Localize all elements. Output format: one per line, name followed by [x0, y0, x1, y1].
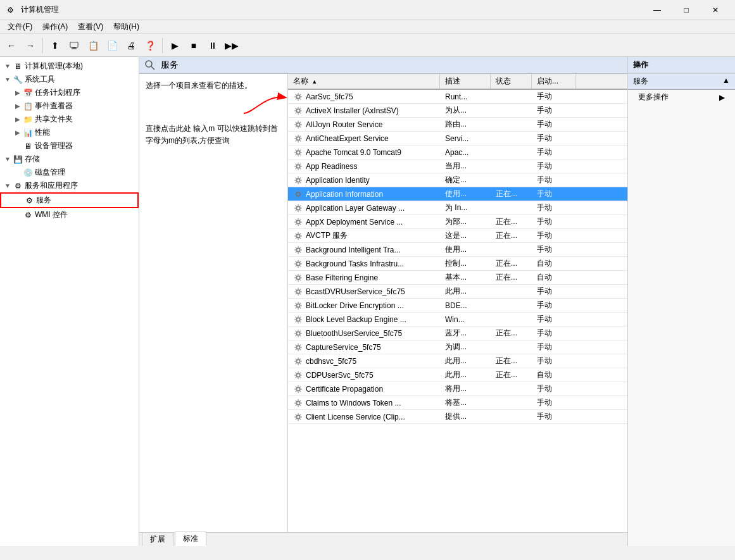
service-row[interactable]: Background Tasks Infrastru... 控制... 正在..… [288, 257, 627, 271]
service-row[interactable]: Apache Tomcat 9.0 Tomcat9 Apac... 手动 [288, 146, 627, 159]
title-bar-controls: — □ ✕ [643, 0, 730, 20]
service-status [491, 207, 532, 209]
menu-file[interactable]: 文件(F) [3, 20, 37, 34]
service-row[interactable]: Certificate Propagation 将用... 手动 [288, 382, 627, 396]
sidebar-item-wmi[interactable]: ▶ ⚙ WMI 控件 [0, 208, 139, 221]
service-row[interactable]: Block Level Backup Engine ... Win... 手动 [288, 313, 627, 327]
service-gear-icon [293, 134, 303, 144]
sidebar-item-shared-folders[interactable]: ▶ 📁 共享文件夹 [0, 113, 139, 126]
sidebar-item-task-scheduler[interactable]: ▶ 📅 任务计划程序 [0, 86, 139, 99]
sidebar-item-services-apps[interactable]: ▼ ⚙ 服务和应用程序 [0, 179, 139, 192]
service-startup: 手动 [532, 118, 576, 131]
service-row[interactable]: Claims to Windows Token ... 将基... 手动 [288, 396, 627, 410]
services-folder-icon: ⚙ [13, 181, 23, 191]
wmi-icon: ⚙ [23, 210, 33, 220]
toolbar-play[interactable]: ▶ [166, 37, 184, 54]
tab-standard[interactable]: 标准 [175, 532, 206, 546]
col-header-name[interactable]: 名称 ▲ [288, 74, 440, 89]
right-action-more[interactable]: 更多操作 ▶ [628, 90, 735, 104]
service-startup: 手动 [532, 173, 576, 187]
service-row[interactable]: BcastDVRUserService_5fc75 此用... 手动 [288, 285, 627, 299]
service-status: 正在... [491, 215, 532, 228]
sidebar-item-device-manager[interactable]: ▶ 🖥 设备管理器 [0, 139, 139, 152]
service-desc: Runt... [440, 91, 491, 103]
folder-icon: 📁 [23, 115, 33, 125]
window-title: 计算机管理 [21, 4, 59, 15]
service-row[interactable]: Application Information 使用... 正在... 手动 [288, 187, 627, 201]
service-row[interactable]: AVCTP 服务 这是... 正在... 手动 [288, 229, 627, 243]
service-status [491, 388, 532, 390]
svg-point-6 [297, 95, 299, 97]
tab-expand[interactable]: 扩展 [142, 532, 173, 546]
service-status: 正在... [491, 257, 532, 270]
service-gear-icon [293, 106, 303, 116]
service-name: AppX Deployment Service ... [288, 216, 440, 228]
toolbar-restart[interactable]: ▶▶ [223, 37, 241, 54]
storage-icon: 💾 [13, 154, 23, 165]
service-name: App Readiness [288, 160, 440, 173]
svg-point-30 [297, 262, 299, 264]
svg-point-44 [297, 359, 299, 362]
service-row[interactable]: Client License Service (Clip... 提供... 手动 [288, 410, 627, 424]
menu-view[interactable]: 查看(V) [73, 20, 108, 34]
service-icon: ⚙ [24, 196, 34, 206]
service-row[interactable]: AarSvc_5fc75 Runt... 手动 [288, 90, 627, 104]
sidebar-item-performance[interactable]: ▶ 📊 性能 [0, 126, 139, 139]
right-panel-section1[interactable]: 服务 ▲ [628, 73, 735, 90]
service-list[interactable]: 名称 ▲ 描述 状态 启动... [288, 74, 627, 532]
service-startup: 手动 [532, 243, 576, 256]
service-desc: 为从... [440, 104, 491, 117]
svg-point-24 [297, 220, 299, 223]
service-startup: 手动 [532, 159, 576, 173]
service-row[interactable]: CDPUserSvc_5fc75 此用... 正在... 自动 [288, 368, 627, 382]
disk-icon: 💿 [23, 168, 33, 178]
service-status: 正在... [491, 187, 532, 201]
toolbar-browse[interactable]: 📋 [84, 37, 102, 54]
computer-icon: 🖥 [13, 61, 23, 72]
toolbar-forward[interactable]: → [22, 37, 39, 54]
service-row[interactable]: AllJoyn Router Service 路由... 手动 [288, 118, 627, 132]
sidebar-item-system-tools[interactable]: ▼ 🔧 系统工具 [0, 73, 139, 86]
svg-point-34 [297, 290, 299, 292]
service-row[interactable]: AntiCheatExpert Service Servi... 手动 [288, 132, 627, 146]
service-row[interactable]: ActiveX Installer (AxInstSV) 为从... 手动 [288, 104, 627, 118]
col-header-status[interactable]: 状态 [491, 74, 532, 89]
sidebar-item-event-viewer[interactable]: ▶ 📋 事件查看器 [0, 99, 139, 113]
minimize-button[interactable]: — [643, 0, 672, 20]
service-row[interactable]: BluetoothUserService_5fc75 蓝牙... 正在... 手… [288, 327, 627, 340]
service-name: ActiveX Installer (AxInstSV) [288, 104, 440, 117]
service-row[interactable]: Application Identity 确定... 手动 [288, 173, 627, 187]
service-row[interactable]: Base Filtering Engine 基本... 正在... 自动 [288, 271, 627, 285]
toolbar-print[interactable]: 🖨 [122, 37, 140, 54]
col-header-startup[interactable]: 启动... [532, 74, 576, 89]
toolbar-export[interactable]: 📄 [103, 37, 121, 54]
service-row[interactable]: BitLocker Drive Encryption ... BDE... 手动 [288, 299, 627, 313]
service-startup: 手动 [532, 313, 576, 326]
service-row[interactable]: CaptureService_5fc75 为调... 手动 [288, 340, 627, 354]
toolbar-stop[interactable]: ■ [185, 37, 203, 54]
service-row[interactable]: cbdhsvc_5fc75 此用... 正在... 手动 [288, 354, 627, 368]
toolbar-help[interactable]: ❓ [141, 37, 159, 54]
menu-help[interactable]: 帮助(H) [108, 20, 144, 34]
menu-action[interactable]: 操作(A) [37, 20, 73, 34]
sidebar-item-root[interactable]: ▼ 🖥 计算机管理(本地) [0, 59, 139, 73]
service-row[interactable]: AppX Deployment Service ... 为部... 正在... … [288, 215, 627, 229]
toolbar-pause[interactable]: ⏸ [204, 37, 222, 54]
toolbar-up[interactable]: ⬆ [46, 37, 64, 54]
sidebar-item-storage[interactable]: ▼ 💾 存储 [0, 152, 139, 166]
service-row[interactable]: Application Layer Gateway ... 为 In... 手动 [288, 201, 627, 215]
service-gear-icon [293, 328, 303, 339]
service-startup: 手动 [532, 104, 576, 117]
service-gear-icon [293, 120, 303, 130]
service-row[interactable]: Background Intelligent Tra... 使用... 手动 [288, 243, 627, 257]
toolbar-back[interactable]: ← [3, 37, 20, 54]
sidebar-item-services[interactable]: ▶ ⚙ 服务 [0, 192, 139, 208]
close-button[interactable]: ✕ [701, 0, 730, 20]
service-row[interactable]: App Readiness 当用... 手动 [288, 159, 627, 173]
service-status: 正在... [491, 368, 532, 382]
maximize-button[interactable]: □ [672, 0, 701, 20]
sidebar-item-disk-management[interactable]: ▶ 💿 磁盘管理 [0, 166, 139, 179]
svg-point-26 [297, 234, 299, 237]
toolbar-computer[interactable] [65, 37, 83, 54]
col-header-desc[interactable]: 描述 [440, 74, 491, 89]
